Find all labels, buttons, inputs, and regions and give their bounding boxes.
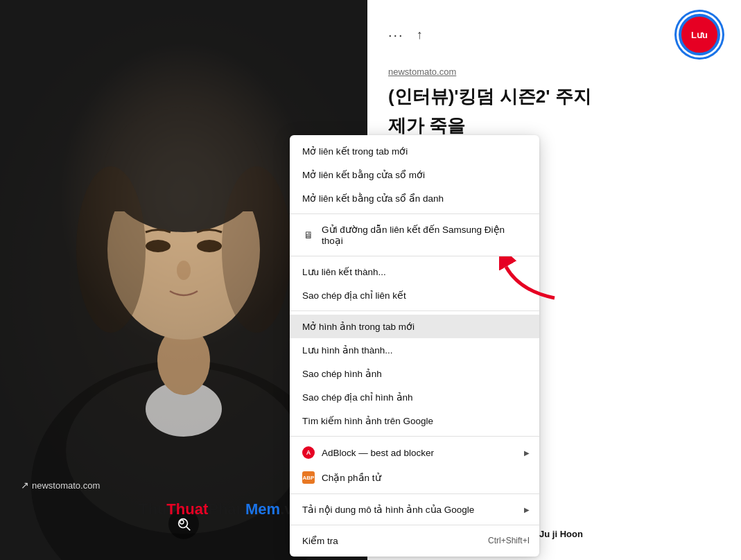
watermark-text: newstomato.com bbox=[32, 480, 100, 491]
abp-icon: ABP bbox=[302, 471, 315, 484]
logo-part-thuat: Thuat bbox=[166, 500, 208, 518]
menu-item-open-image-new-tab[interactable]: Mở hình ảnh trong tab mới bbox=[290, 315, 539, 338]
menu-divider-divider1 bbox=[290, 213, 539, 214]
menu-item-shortcut-inspect: Ctrl+Shift+I bbox=[488, 536, 530, 545]
menu-item-save-link[interactable]: Lưu liên kết thành... bbox=[290, 260, 539, 283]
logo-part-thu: Thu bbox=[139, 500, 166, 518]
menu-item-abp[interactable]: ABPChặn phần tử bbox=[290, 465, 539, 490]
menu-item-send-to-samsung[interactable]: 🖥Gửi đường dẫn liên kết đến Samsung Điện… bbox=[290, 218, 539, 252]
menu-item-label-inspect: Kiểm tra bbox=[302, 535, 338, 546]
menu-item-label-copy-image: Sao chép hình ảnh bbox=[302, 368, 382, 379]
menu-item-search-google-image[interactable]: Tìm kiếm hình ảnh trên Google bbox=[290, 409, 539, 432]
logo-part-mem: Mem bbox=[245, 500, 280, 518]
menu-item-inspect[interactable]: Kiểm traCtrl+Shift+I bbox=[290, 529, 539, 552]
menu-item-label-copy-image-address: Sao chép địa chỉ hình ảnh bbox=[302, 392, 413, 403]
context-menu: Mở liên kết trong tab mớiMở liên kết bằn… bbox=[290, 135, 539, 557]
top-bar-left: ··· ↑ bbox=[388, 27, 423, 43]
adblock-icon: A bbox=[302, 446, 315, 459]
article-title: (인터뷰)'킹덤 시즌2' 주지 bbox=[388, 85, 720, 109]
monitor-icon: 🖥 bbox=[302, 229, 315, 241]
menu-item-label-search-google-image: Tìm kiếm hình ảnh trên Google bbox=[302, 415, 433, 426]
menu-item-copy-image-address[interactable]: Sao chép địa chỉ hình ảnh bbox=[290, 385, 539, 409]
article-title-continued: 제가 죽을 bbox=[388, 114, 720, 138]
bottom-logo: ThuThuatPhanMem.vn bbox=[139, 500, 302, 518]
more-options-button[interactable]: ··· bbox=[388, 27, 404, 43]
menu-item-open-incognito[interactable]: Mở liên kết bằng cửa sổ ẩn danh bbox=[290, 186, 539, 210]
board-name[interactable]: Ju ji Hoon bbox=[539, 529, 583, 539]
menu-divider-divider6 bbox=[290, 525, 539, 525]
menu-item-open-new-window[interactable]: Mở liên kết bằng cửa sổ mới bbox=[290, 163, 539, 186]
menu-item-label-save-image: Lưu hình ảnh thành... bbox=[302, 344, 393, 356]
lens-icon bbox=[176, 516, 191, 532]
menu-item-label-abp: Chặn phần tử bbox=[322, 472, 381, 483]
menu-item-label-open-incognito: Mở liên kết bằng cửa sổ ẩn danh bbox=[302, 193, 444, 204]
menu-divider-divider3 bbox=[290, 310, 539, 311]
menu-item-adblock[interactable]: AAdBlock — best ad blocker bbox=[290, 440, 539, 465]
menu-item-label-open-new-window: Mở liên kết bằng cửa sổ mới bbox=[302, 169, 425, 180]
menu-item-label-send-to-samsung: Gửi đường dẫn liên kết đến Samsung Điện … bbox=[322, 224, 527, 246]
menu-item-label-google-describe: Tải nội dung mô tả hình ảnh của Google bbox=[302, 504, 474, 515]
svg-point-12 bbox=[222, 166, 291, 333]
menu-item-copy-link[interactable]: Sao chép địa chỉ liên kết bbox=[290, 283, 539, 307]
menu-item-label-open-image-new-tab: Mở hình ảnh trong tab mới bbox=[302, 321, 415, 332]
menu-item-open-new-tab[interactable]: Mở liên kết trong tab mới bbox=[290, 139, 539, 163]
svg-point-15 bbox=[180, 520, 184, 525]
svg-point-8 bbox=[146, 240, 171, 252]
svg-point-9 bbox=[197, 240, 222, 252]
menu-item-google-describe[interactable]: Tải nội dung mô tả hình ảnh của Google bbox=[290, 498, 539, 521]
source-link[interactable]: newstomato.com bbox=[388, 67, 720, 77]
svg-line-14 bbox=[186, 527, 190, 530]
menu-divider-divider5 bbox=[290, 493, 539, 494]
svg-point-11 bbox=[76, 166, 146, 333]
logo-part-phan: Phan bbox=[208, 500, 245, 518]
menu-divider-divider2 bbox=[290, 256, 539, 256]
menu-item-label-adblock: AdBlock — best ad blocker bbox=[322, 448, 434, 458]
save-button[interactable]: Lưu bbox=[679, 14, 720, 55]
menu-item-save-image[interactable]: Lưu hình ảnh thành... bbox=[290, 338, 539, 362]
menu-item-label-open-new-tab: Mở liên kết trong tab mới bbox=[302, 146, 408, 157]
top-bar: ··· ↑ Lưu bbox=[388, 14, 720, 55]
menu-item-label-copy-link: Sao chép địa chỉ liên kết bbox=[302, 290, 406, 301]
watermark: ↗ newstomato.com bbox=[21, 480, 100, 491]
svg-point-10 bbox=[177, 261, 191, 280]
watermark-arrow-icon: ↗ bbox=[21, 480, 29, 491]
share-button[interactable]: ↑ bbox=[417, 28, 423, 42]
menu-item-copy-image[interactable]: Sao chép hình ảnh bbox=[290, 362, 539, 385]
menu-item-label-save-link: Lưu liên kết thành... bbox=[302, 266, 386, 277]
menu-divider-divider4 bbox=[290, 436, 539, 437]
